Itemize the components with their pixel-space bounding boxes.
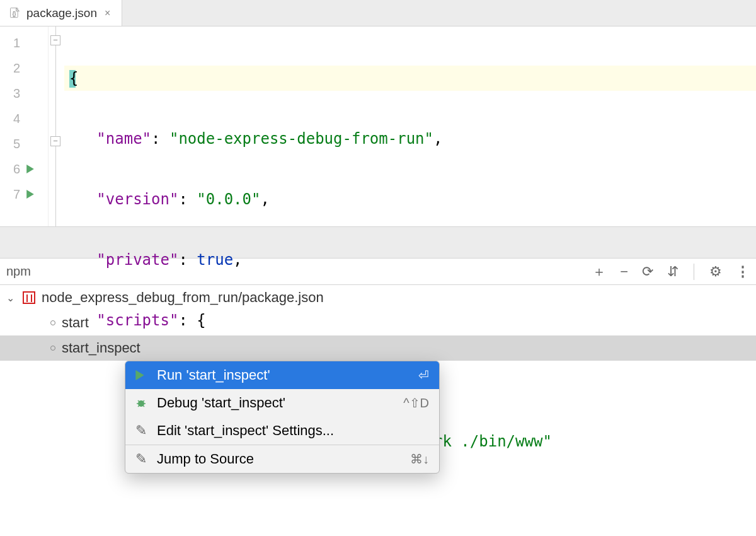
close-tab-icon[interactable]: ×: [102, 6, 113, 20]
svg-marker-4: [135, 370, 144, 380]
chevron-down-icon[interactable]: ⌄: [6, 292, 16, 304]
context-menu: Run 'start_inspect' ⏎ Debug 'start_inspe…: [125, 361, 440, 474]
editor-tab-bar: {} package.json ×: [0, 0, 756, 26]
svg-line-10: [138, 405, 139, 407]
gutter-run-icon[interactable]: [23, 165, 38, 173]
json-file-icon: {}: [9, 7, 21, 20]
menu-label: Debug 'start_inspect': [157, 395, 394, 411]
file-tab-label: package.json: [26, 6, 97, 20]
menu-label: Jump to Source: [157, 451, 401, 467]
line-number: 3: [0, 86, 23, 101]
editor-gutter: 1 2 3 4 5 6 7: [0, 26, 48, 226]
menu-run[interactable]: Run 'start_inspect' ⏎: [125, 361, 439, 389]
gutter-run-icon[interactable]: [23, 190, 38, 199]
svg-marker-2: [26, 165, 34, 173]
menu-debug[interactable]: Debug 'start_inspect' ^⇧D: [125, 389, 439, 417]
menu-shortcut: ⏎: [418, 368, 429, 383]
menu-shortcut: ^⇧D: [403, 395, 429, 411]
svg-line-8: [138, 400, 139, 402]
menu-jump-to-source[interactable]: ✎ Jump to Source ⌘↓: [125, 445, 439, 473]
file-tab-package-json[interactable]: {} package.json ×: [0, 0, 122, 26]
pencil-icon: ✎: [135, 422, 148, 439]
line-number: 7: [0, 187, 23, 202]
line-number: 2: [0, 61, 23, 76]
script-bullet-icon: [50, 320, 55, 325]
line-number: 1: [0, 36, 23, 50]
bug-icon: [135, 397, 148, 409]
svg-marker-3: [26, 190, 34, 199]
run-icon: [135, 370, 148, 380]
menu-label: Edit 'start_inspect' Settings...: [157, 422, 420, 439]
svg-line-9: [143, 400, 144, 402]
code-editor[interactable]: 1 2 3 4 5 6 7 − − { "name": "node-expres…: [0, 26, 756, 227]
line-number: 4: [0, 112, 23, 126]
line-number: 6: [0, 162, 23, 177]
svg-line-11: [143, 405, 144, 407]
fold-toggle-icon[interactable]: −: [50, 136, 60, 146]
code-area[interactable]: { "name": "node-express-debug-from-run",…: [64, 26, 756, 226]
menu-shortcut: ⌘↓: [410, 452, 429, 467]
svg-text:{}: {}: [13, 11, 16, 17]
line-number: 5: [0, 137, 23, 151]
menu-edit-settings[interactable]: ✎ Edit 'start_inspect' Settings...: [125, 417, 439, 445]
fold-strip: − −: [48, 26, 64, 226]
npm-icon: [23, 291, 35, 304]
pencil-icon: ✎: [135, 451, 148, 467]
menu-label: Run 'start_inspect': [157, 367, 410, 383]
script-bullet-icon: [50, 346, 55, 351]
fold-toggle-icon[interactable]: −: [50, 35, 60, 45]
